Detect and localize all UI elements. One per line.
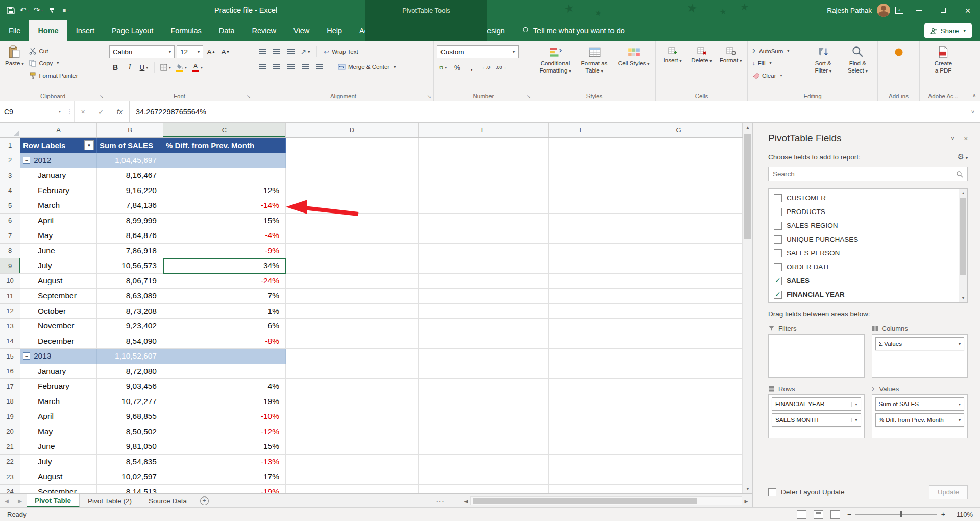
cell-empty[interactable] (286, 364, 419, 380)
zoom-out-icon[interactable]: − (847, 510, 851, 518)
maximize-button[interactable] (931, 0, 955, 20)
cell-sales-value[interactable]: 8,99,999 (97, 214, 163, 229)
chevron-down-icon[interactable]: ▾ (955, 342, 961, 346)
row-number[interactable]: 3 (0, 168, 20, 183)
cell-month-label[interactable]: August (20, 274, 97, 289)
decrease-indent-button[interactable] (299, 61, 311, 73)
column-header-e[interactable]: E (419, 123, 549, 137)
cell-empty[interactable] (286, 228, 419, 244)
align-left-button[interactable] (256, 61, 268, 73)
cell-sales-value[interactable]: 8,72,080 (97, 364, 163, 380)
cell-sales-value[interactable]: 8,16,467 (97, 168, 163, 183)
update-button[interactable]: Update (929, 485, 968, 499)
field-checkbox[interactable] (774, 194, 782, 202)
cell-pct-value[interactable]: 19% (163, 394, 286, 410)
cell-empty[interactable] (549, 424, 615, 440)
chevron-down-icon[interactable]: ▾ (955, 402, 961, 407)
cell-empty[interactable] (419, 153, 549, 169)
sheet-tab-pivot-table[interactable]: Pivot Table (27, 494, 80, 507)
select-all-corner[interactable] (0, 123, 20, 137)
field-checkbox[interactable] (774, 263, 782, 271)
format-cells-button[interactable]: Format▾ (717, 43, 744, 64)
close-button[interactable]: × (955, 0, 980, 20)
cell-empty[interactable] (549, 485, 615, 494)
field-item[interactable]: SALES (769, 274, 967, 288)
cell-month-label[interactable]: September (20, 485, 97, 494)
cell-empty[interactable] (615, 214, 743, 229)
cell-empty[interactable] (419, 289, 549, 304)
underline-button[interactable]: U▾ (138, 61, 150, 74)
cell-empty[interactable] (286, 153, 419, 169)
insert-function-icon[interactable]: fx (117, 107, 123, 116)
fill-button[interactable]: ↓Fill▾ (751, 58, 805, 68)
customize-qat-button[interactable]: ≡▾ (59, 3, 72, 18)
row-number[interactable]: 12 (0, 304, 20, 319)
field-pill[interactable]: % Diff. from Prev. Month▾ (875, 413, 965, 427)
cell-empty[interactable] (419, 304, 549, 319)
row-number[interactable]: 4 (0, 183, 20, 199)
cell-empty[interactable] (615, 334, 743, 349)
cell-empty[interactable] (419, 274, 549, 289)
cell-sales-value[interactable]: 7,86,918 (97, 244, 163, 259)
cell-empty[interactable] (419, 485, 549, 494)
cell-empty[interactable] (419, 198, 549, 214)
field-search[interactable] (768, 167, 968, 181)
cell-empty[interactable] (615, 183, 743, 199)
cell-month-label[interactable]: August (20, 469, 97, 485)
cell-empty[interactable] (549, 469, 615, 485)
sheet-nav-right-icon[interactable]: ▶ (13, 494, 27, 507)
cell-empty[interactable] (286, 469, 419, 485)
horizontal-scrollbar-track[interactable] (470, 496, 742, 505)
cell-empty[interactable] (549, 214, 615, 229)
scroll-down-icon[interactable]: ▼ (743, 484, 752, 493)
tab-review[interactable]: Review (243, 20, 285, 41)
cell-empty[interactable] (286, 258, 419, 274)
cell-pct-value[interactable]: 15% (163, 439, 286, 455)
row-number[interactable]: 8 (0, 244, 20, 259)
align-bottom-button[interactable] (285, 45, 297, 58)
cell-empty[interactable] (549, 349, 615, 364)
create-pdf-button[interactable]: Createa PDF (933, 43, 954, 75)
cell-sales-value[interactable]: 10,56,573 (97, 258, 163, 274)
row-number[interactable]: 13 (0, 319, 20, 334)
cell-month-label[interactable]: July (20, 258, 97, 274)
italic-button[interactable]: I (124, 61, 136, 74)
new-sheet-button[interactable]: + (195, 494, 213, 507)
chevron-down-icon[interactable]: ▾ (851, 418, 857, 422)
column-header-b[interactable]: B (97, 123, 163, 137)
field-checkbox[interactable] (774, 291, 782, 299)
clipboard-dialog-launcher[interactable]: ↘ (100, 93, 104, 99)
borders-button[interactable]: ▾ (159, 61, 173, 74)
tab-page-layout[interactable]: Page Layout (103, 20, 162, 41)
cell-sales-value[interactable]: 1,10,52,607 (97, 349, 163, 364)
cell-empty[interactable] (419, 183, 549, 199)
cell-month-label[interactable]: February (20, 183, 97, 199)
cell-row-labels[interactable]: Row Labels▼ (20, 138, 97, 153)
cell-month-label[interactable]: April (20, 409, 97, 424)
number-dialog-launcher[interactable]: ↘ (527, 93, 531, 99)
field-pill[interactable]: FINANCIAL YEAR▾ (772, 397, 861, 411)
cell-empty[interactable] (286, 274, 419, 289)
cell-pct-value[interactable]: 1% (163, 304, 286, 319)
accounting-format-button[interactable]: ¤▾ (437, 61, 449, 74)
cell-pct-value[interactable]: -12% (163, 424, 286, 440)
cell-pct-value[interactable]: -24% (163, 274, 286, 289)
orientation-button[interactable]: ↗▾ (299, 45, 311, 58)
cell-empty[interactable] (419, 319, 549, 334)
horizontal-scrollbar-thumb[interactable] (473, 498, 697, 504)
increase-decimal-button[interactable]: ←.0 (480, 61, 492, 74)
cell-empty[interactable] (286, 455, 419, 470)
field-item[interactable]: CUSTOMER (769, 191, 967, 205)
cell-empty[interactable] (549, 168, 615, 183)
cell-empty[interactable] (286, 394, 419, 410)
cell-sales-value[interactable]: 7,84,136 (97, 198, 163, 214)
number-format-select[interactable]: Custom▾ (437, 45, 519, 58)
cell-empty[interactable] (286, 304, 419, 319)
cell-sales-value[interactable]: 1,04,45,697 (97, 153, 163, 169)
avatar[interactable] (877, 4, 890, 17)
cell-empty[interactable] (419, 394, 549, 410)
row-number[interactable]: 2 (0, 153, 20, 169)
font-dialog-launcher[interactable]: ↘ (247, 93, 251, 99)
row-number[interactable]: 20 (0, 424, 20, 440)
cell-empty[interactable] (419, 379, 549, 394)
